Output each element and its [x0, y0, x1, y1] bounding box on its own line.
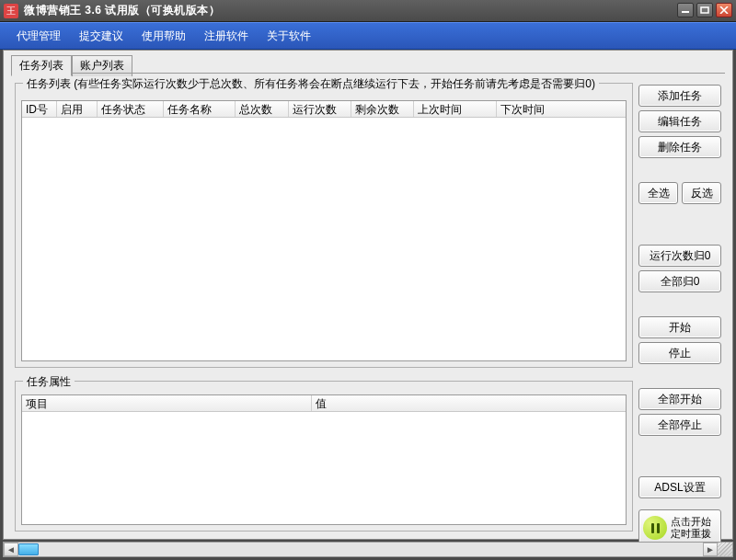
pause-icon [643, 516, 667, 540]
col-next-time[interactable]: 下次时间 [497, 101, 626, 117]
task-listview-header: ID号 启用 任务状态 任务名称 总次数 运行次数 剩余次数 上次时间 下次时间 [22, 101, 626, 118]
edit-task-button[interactable]: 编辑任务 [638, 110, 721, 132]
close-button[interactable] [716, 3, 732, 17]
menu-submit-suggestion[interactable]: 提交建议 [70, 25, 132, 48]
props-listview-header: 项目 值 [22, 395, 626, 412]
props-listview[interactable]: 项目 值 [21, 394, 627, 525]
invert-selection-button[interactable]: 反选 [682, 182, 721, 204]
col-run[interactable]: 运行次数 [289, 101, 351, 117]
task-listview[interactable]: ID号 启用 任务状态 任务名称 总次数 运行次数 剩余次数 上次时间 下次时间 [21, 100, 627, 361]
col-name[interactable]: 任务名称 [164, 101, 236, 117]
svg-rect-1 [701, 7, 708, 13]
hscroll-right-button[interactable]: ► [703, 543, 718, 556]
props-listview-body[interactable] [22, 412, 626, 524]
stop-all-button[interactable]: 全部停止 [638, 414, 721, 436]
tab-page-task-list: 任务列表 (有些任务实际运行次数少于总次数、所有任务将会在断点继续运行下去，开始… [11, 73, 725, 535]
menu-about[interactable]: 关于软件 [258, 25, 320, 48]
title-bar: 王 微博营销王 3.6 试用版（可换机版本） [0, 0, 736, 22]
select-all-button[interactable]: 全选 [638, 182, 678, 204]
group-task-list: 任务列表 (有些任务实际运行次数少于总次数、所有任务将会在断点继续运行下去，开始… [15, 83, 633, 368]
col-status[interactable]: 任务状态 [98, 101, 164, 117]
col-remain[interactable]: 剩余次数 [351, 101, 414, 117]
run-count-zero-button[interactable]: 运行次数归0 [638, 245, 721, 267]
col-prop-name[interactable]: 项目 [22, 395, 312, 411]
col-id[interactable]: ID号 [22, 101, 57, 117]
resize-grip[interactable] [718, 543, 732, 556]
tab-strip: 任务列表 账户列表 [4, 51, 732, 75]
col-total[interactable]: 总次数 [236, 101, 289, 117]
task-listview-body[interactable] [22, 118, 626, 360]
adsl-settings-button[interactable]: ADSL设置 [638, 476, 721, 498]
all-zero-button[interactable]: 全部归0 [638, 270, 721, 292]
window-title: 微博营销王 3.6 试用版（可换机版本） [24, 3, 220, 18]
start-timer-line2: 定时重拨 [671, 528, 711, 540]
start-button[interactable]: 开始 [638, 316, 721, 338]
app-icon: 王 [4, 4, 18, 18]
add-task-button[interactable]: 添加任务 [638, 85, 721, 107]
start-timer-redial-button[interactable]: 点击开始 定时重拨 [638, 509, 721, 546]
client-area: 任务列表 账户列表 任务列表 (有些任务实际运行次数少于总次数、所有任务将会在断… [3, 50, 733, 540]
svg-rect-0 [682, 11, 689, 13]
tab-task-list[interactable]: 任务列表 [11, 55, 72, 76]
col-prop-value[interactable]: 值 [312, 395, 626, 411]
delete-task-button[interactable]: 删除任务 [638, 136, 721, 158]
hscroll-thumb[interactable] [18, 543, 39, 555]
window-controls [677, 3, 732, 17]
minimize-button[interactable] [677, 3, 694, 17]
hscroll-track[interactable] [18, 543, 703, 556]
col-last-time[interactable]: 上次时间 [414, 101, 497, 117]
stop-button[interactable]: 停止 [638, 342, 721, 364]
start-timer-line1: 点击开始 [671, 516, 711, 528]
maximize-button[interactable] [696, 3, 713, 17]
group-task-props-label: 任务属性 [23, 374, 75, 390]
menu-register[interactable]: 注册软件 [195, 25, 258, 48]
menu-bar: 代理管理 提交建议 使用帮助 注册软件 关于软件 [0, 22, 736, 50]
group-task-props: 任务属性 项目 值 [15, 381, 633, 531]
start-timer-text: 点击开始 定时重拨 [671, 516, 711, 540]
menu-help[interactable]: 使用帮助 [132, 25, 195, 48]
col-enabled[interactable]: 启用 [57, 101, 98, 117]
hscroll-left-button[interactable]: ◄ [4, 543, 18, 556]
group-task-list-label: 任务列表 (有些任务实际运行次数少于总次数、所有任务将会在断点继续运行下去，开始… [23, 76, 599, 92]
menu-proxy-manage[interactable]: 代理管理 [7, 25, 70, 48]
start-all-button[interactable]: 全部开始 [638, 388, 721, 410]
side-button-panel: 添加任务 编辑任务 删除任务 全选 反选 运行次数归0 全部归0 开始 停止 全… [638, 85, 721, 546]
main-area: 任务列表 (有些任务实际运行次数少于总次数、所有任务将会在断点继续运行下去，开始… [15, 79, 633, 531]
status-bar: ◄ ► [3, 542, 733, 557]
